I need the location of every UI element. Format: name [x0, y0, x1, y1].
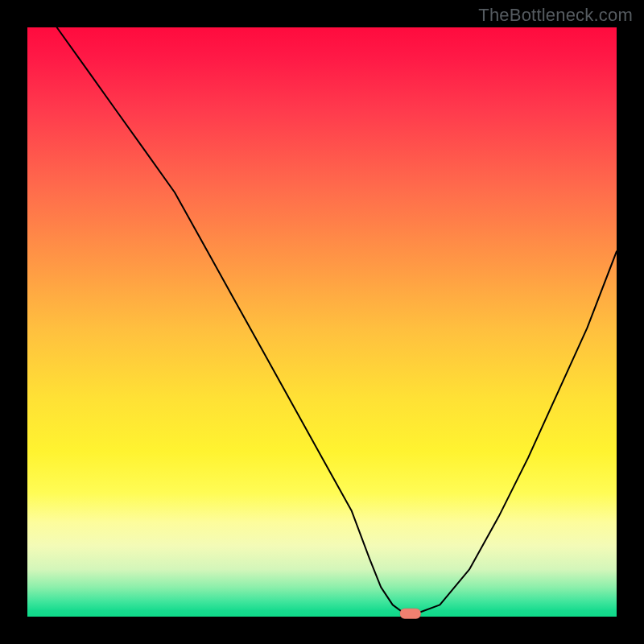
chart-svg [27, 27, 617, 617]
chart-frame: TheBottleneck.com [0, 0, 644, 644]
plot-area [27, 27, 617, 617]
watermark-text: TheBottleneck.com [478, 5, 633, 26]
bottleneck-curve [57, 27, 617, 613]
optimal-marker [400, 609, 421, 619]
